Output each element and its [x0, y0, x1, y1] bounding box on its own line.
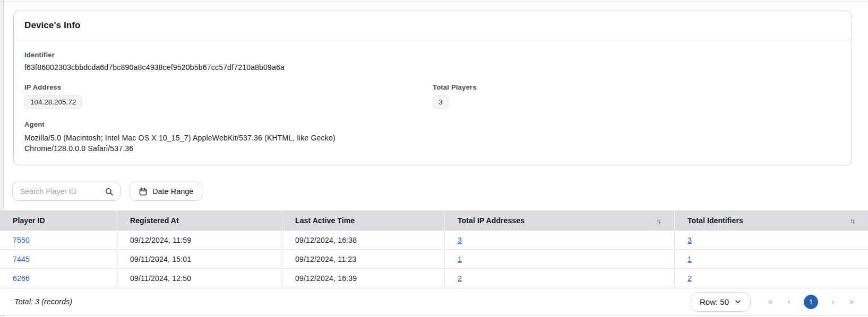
search-icon[interactable] — [105, 187, 114, 196]
agent-value: Mozilla/5.0 (Macintosh; Intel Mac OS X 1… — [24, 133, 393, 154]
column-header-label: Player ID — [13, 216, 45, 225]
agent-label: Agent — [24, 120, 433, 128]
table-row: 7445 09/11/2024, 15:01 09/12/2024, 11:23… — [0, 250, 868, 269]
column-header-total-identifiers: Total Identifiers ↑↓ — [675, 210, 868, 231]
cell-total-ip-addresses: 1 — [445, 250, 675, 268]
cell-player-id: 6266 — [0, 269, 117, 288]
table-footer: Total: 3 (records) Row: 50 « ‹ 1 › » — [0, 288, 868, 315]
total-ip-addresses-link[interactable]: 3 — [458, 236, 462, 244]
cell-player-id: 7445 — [0, 250, 117, 268]
table-header-row: Player ID Registered At Last Active Time… — [0, 210, 868, 231]
player-id-link[interactable]: 7445 — [13, 255, 30, 263]
ip-address-chip: 104.28.205.72 — [24, 95, 82, 109]
column-header-label: Registered At — [130, 216, 179, 225]
cell-total-identifiers: 3 — [675, 231, 868, 249]
column-header-player-id: Player ID — [0, 210, 117, 231]
sort-icon[interactable]: ↑↓ — [850, 217, 855, 225]
prev-page-icon[interactable]: ‹ — [785, 297, 793, 306]
agent-field: Agent Mozilla/5.0 (Macintosh; Intel Mac … — [24, 120, 433, 154]
total-players-label: Total Players — [433, 83, 841, 91]
date-range-button[interactable]: Date Range — [130, 182, 202, 201]
total-records-text: Total: 3 (records) — [14, 297, 72, 306]
identifier-value: f63f86002303cbbdcda6d7bc890a8c4938cef952… — [24, 63, 433, 72]
column-header-label: Last Active Time — [295, 216, 355, 225]
cell-registered-at: 09/11/2024, 12:50 — [117, 269, 282, 288]
pagination-controls: Row: 50 « ‹ 1 › » — [691, 292, 855, 312]
total-ip-addresses-link[interactable]: 1 — [458, 255, 462, 263]
rows-per-page-label: Row: 50 — [700, 297, 729, 306]
total-ip-addresses-link[interactable]: 2 — [458, 274, 462, 283]
device-info-card-header: Device's Info — [14, 11, 852, 40]
player-id-link[interactable]: 6266 — [13, 274, 30, 283]
cell-last-active-time: 09/12/2024, 16:39 — [282, 269, 445, 288]
cell-total-ip-addresses: 2 — [445, 269, 675, 288]
device-info-card-body: Identifier f63f86002303cbbdcda6d7bc890a8… — [14, 40, 852, 154]
column-header-label: Total Identifiers — [687, 216, 743, 225]
next-page-icon[interactable]: › — [829, 297, 837, 306]
total-players-chip: 3 — [433, 95, 449, 109]
chevron-down-icon — [734, 298, 742, 305]
device-info-card: Device's Info Identifier f63f86002303cbb… — [13, 11, 852, 165]
cell-last-active-time: 09/12/2024, 11:23 — [282, 250, 445, 268]
players-table: Player ID Registered At Last Active Time… — [0, 210, 868, 288]
current-page-button[interactable]: 1 — [804, 295, 818, 309]
search-player-id-input[interactable] — [20, 187, 105, 196]
table-row: 6266 09/11/2024, 12:50 09/12/2024, 16:39… — [0, 269, 868, 288]
column-header-total-ip-addresses: Total IP Addresses ↑↓ — [445, 210, 675, 231]
table-row: 7550 09/12/2024, 11:59 09/12/2024, 16:38… — [0, 231, 868, 250]
cell-player-id: 7550 — [0, 231, 117, 249]
rows-per-page-selector[interactable]: Row: 50 — [691, 292, 751, 312]
total-players-field: Total Players 3 — [433, 83, 841, 109]
cell-total-identifiers: 1 — [675, 250, 868, 268]
cell-total-ip-addresses: 3 — [445, 231, 675, 249]
cell-registered-at: 09/11/2024, 15:01 — [117, 250, 282, 268]
total-identifiers-link[interactable]: 1 — [687, 255, 692, 263]
cell-last-active-time: 09/12/2024, 16:38 — [282, 231, 445, 249]
spacer-cell — [433, 51, 841, 72]
cell-total-identifiers: 2 — [675, 269, 868, 288]
identifier-field: Identifier f63f86002303cbbdcda6d7bc890a8… — [24, 51, 433, 72]
column-header-label: Total IP Addresses — [458, 216, 525, 225]
pager: « ‹ 1 › » — [767, 295, 855, 309]
identifier-label: Identifier — [24, 51, 433, 59]
total-identifiers-link[interactable]: 3 — [687, 236, 692, 244]
last-page-icon[interactable]: » — [848, 297, 855, 306]
sort-icon[interactable]: ↑↓ — [656, 217, 661, 225]
calendar-icon — [139, 187, 148, 196]
column-header-registered-at: Registered At — [117, 210, 282, 231]
card-title: Device's Info — [24, 20, 81, 31]
total-identifiers-link[interactable]: 2 — [687, 274, 692, 283]
table-toolbar: Date Range — [12, 182, 202, 201]
first-page-icon[interactable]: « — [767, 297, 774, 306]
cell-registered-at: 09/12/2024, 11:59 — [117, 231, 282, 249]
date-range-label: Date Range — [152, 187, 193, 196]
ip-address-label: IP Address — [24, 83, 433, 91]
player-search-box[interactable] — [12, 182, 121, 201]
ip-address-field: IP Address 104.28.205.72 — [24, 83, 433, 109]
page-top-divider — [0, 2, 868, 2]
player-id-link[interactable]: 7550 — [13, 236, 30, 244]
column-header-last-active-time: Last Active Time — [282, 210, 445, 231]
